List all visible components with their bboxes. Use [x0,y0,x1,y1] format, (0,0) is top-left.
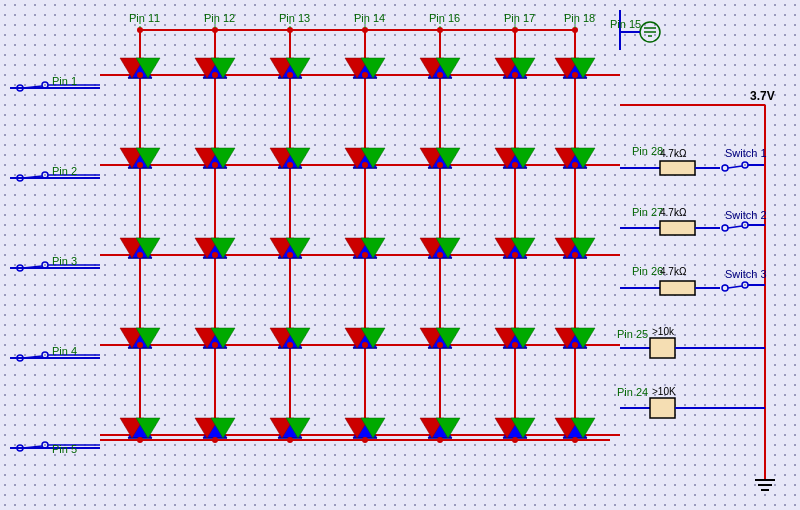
pin-4-label: Pin 4 [52,345,77,357]
svg-point-190 [722,165,728,171]
pin-27-label: Pin 27 [632,206,663,218]
resistor-2-value: 4.7kΩ [660,207,687,218]
pin-5-label: Pin 5 [52,443,77,455]
svg-point-250 [512,252,518,258]
svg-point-206 [742,282,748,288]
svg-point-259 [137,437,143,443]
svg-rect-196 [660,221,695,235]
resistor-1-value: 4.7kΩ [660,148,687,159]
svg-point-260 [212,437,218,443]
pin-3-label: Pin 3 [52,255,77,267]
svg-point-242 [437,162,443,168]
resistor-4-value: >10k [652,326,675,337]
svg-line-192 [728,166,742,168]
svg-point-234 [362,72,368,78]
svg-point-261 [287,437,293,443]
svg-point-205 [722,285,728,291]
voltage-label: 3.7V [750,89,775,103]
svg-point-241 [362,162,368,168]
svg-point-264 [512,437,518,443]
schematic-canvas: 3.7V [0,0,800,510]
svg-rect-213 [650,398,675,418]
svg-point-255 [362,342,368,348]
pin-1-label: Pin 1 [52,75,77,87]
svg-point-237 [572,72,578,78]
pin-15-label: Pin 15 [610,18,641,30]
svg-point-233 [287,72,293,78]
svg-point-198 [722,225,728,231]
svg-point-235 [437,72,443,78]
svg-rect-188 [660,161,695,175]
pin-18-label: Pin 18 [564,12,595,24]
svg-point-257 [512,342,518,348]
svg-point-191 [742,162,748,168]
svg-point-244 [572,162,578,168]
pin-17-label: Pin 17 [504,12,535,24]
svg-point-252 [137,342,143,348]
svg-line-207 [728,286,742,288]
svg-point-199 [742,222,748,228]
svg-point-262 [362,437,368,443]
svg-point-263 [437,437,443,443]
svg-point-243 [512,162,518,168]
svg-point-253 [212,342,218,348]
switch-2-label: Switch 2 [725,209,767,221]
pin-2-label: Pin 2 [52,165,77,177]
svg-point-256 [437,342,443,348]
svg-point-265 [572,437,578,443]
resistor-3-value: 4.7kΩ [660,266,687,277]
svg-rect-210 [650,338,675,358]
pin-24-label: Pin 24 [617,386,648,398]
svg-point-231 [137,72,143,78]
pin-25-label: Pin 25 [617,328,648,340]
svg-point-247 [287,252,293,258]
switch-3-label: Switch 3 [725,268,767,280]
svg-point-246 [212,252,218,258]
pin-13-label: Pin 13 [279,12,310,24]
svg-point-251 [572,252,578,258]
svg-point-249 [437,252,443,258]
pin-14-label: Pin 14 [354,12,385,24]
svg-point-245 [137,252,143,258]
svg-point-239 [212,162,218,168]
svg-rect-203 [660,281,695,295]
svg-point-254 [287,342,293,348]
pin-16-label: Pin 16 [429,12,460,24]
svg-point-258 [572,342,578,348]
pin-12-label: Pin 12 [204,12,235,24]
pin-11-label: Pin 11 [129,12,160,24]
svg-point-232 [212,72,218,78]
svg-point-238 [137,162,143,168]
resistor-5-value: >10K [652,386,676,397]
svg-line-200 [728,226,742,228]
pin-26-label: Pin 26 [632,265,663,277]
svg-point-236 [512,72,518,78]
svg-point-248 [362,252,368,258]
switch-1-label: Switch 1 [725,147,767,159]
svg-point-240 [287,162,293,168]
pin-28-label: Pin 28 [632,145,663,157]
